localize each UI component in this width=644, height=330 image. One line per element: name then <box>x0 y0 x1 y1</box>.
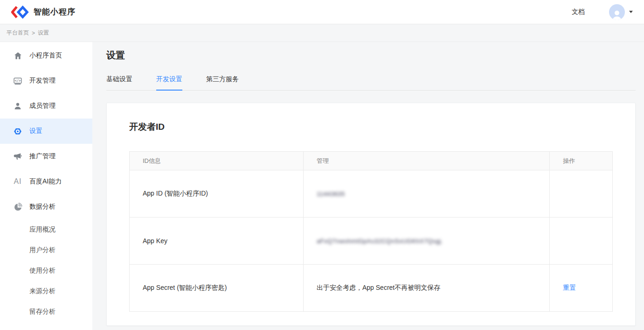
code-icon: </> <box>13 77 22 85</box>
settings-icon <box>13 127 22 136</box>
column-header-id-info: ID信息 <box>130 152 304 170</box>
pie-chart-icon <box>13 203 22 211</box>
chevron-down-icon[interactable] <box>629 11 633 13</box>
app-id-value: 11443635 <box>317 190 345 197</box>
docs-link[interactable]: 文档 <box>572 8 585 16</box>
sidebar-item-label: 设置 <box>29 127 42 135</box>
settings-tabs: 基础设置 开发设置 第三方服务 <box>106 75 636 91</box>
sidebar-item-settings[interactable]: 设置 <box>0 119 92 144</box>
app-key-label: App Key <box>130 218 304 265</box>
tab-dev-settings[interactable]: 开发设置 <box>156 75 182 91</box>
sidebar-item-label: 成员管理 <box>29 102 55 110</box>
table-row-app-id: App ID (智能小程序ID) 11443635 <box>130 170 613 218</box>
app-id-label: App ID (智能小程序ID) <box>130 170 304 218</box>
sidebar-subitem-source-analysis[interactable]: 来源分析 <box>0 281 92 302</box>
sidebar: 小程序首页 </> 开发管理 成员管理 <box>0 42 92 330</box>
user-avatar[interactable] <box>609 4 625 20</box>
app-secret-note: 出于安全考虑，App Secret不再被明文保存 <box>303 265 549 312</box>
breadcrumb-separator: > <box>32 30 35 36</box>
sidebar-item-members[interactable]: 成员管理 <box>0 93 92 119</box>
sidebar-subitem-retention-analysis[interactable]: 留存分析 <box>0 302 92 322</box>
sidebar-subitem-usage-analysis[interactable]: 使用分析 <box>0 260 92 281</box>
main-content: 设置 基础设置 开发设置 第三方服务 开发者ID ID信息 管理 操作 App … <box>92 42 644 330</box>
developer-id-table: ID信息 管理 操作 App ID (智能小程序ID) 11443635 App… <box>129 151 613 312</box>
svg-text:</>: </> <box>15 78 21 83</box>
brand-logo-icon <box>11 5 29 19</box>
reset-secret-link[interactable]: 重置 <box>563 284 576 291</box>
sidebar-item-label: 小程序首页 <box>29 51 62 60</box>
tab-third-party[interactable]: 第三方服务 <box>206 75 239 91</box>
sidebar-subitem-user-analysis[interactable]: 用户分析 <box>0 240 92 260</box>
megaphone-icon <box>13 152 22 161</box>
ai-icon: AI <box>13 177 22 186</box>
column-header-action: 操作 <box>550 152 613 170</box>
sidebar-item-promotion[interactable]: 推广管理 <box>0 144 92 169</box>
sidebar-item-ai[interactable]: AI 百度AI能力 <box>0 169 92 194</box>
sidebar-item-home[interactable]: 小程序首页 <box>0 43 92 68</box>
page-title: 设置 <box>106 49 636 62</box>
card-heading: 开发者ID <box>129 121 613 133</box>
sidebar-item-dev[interactable]: </> 开发管理 <box>0 68 92 93</box>
brand[interactable]: 智能小程序 <box>11 5 76 19</box>
brand-name: 智能小程序 <box>34 7 76 17</box>
sidebar-item-label: 开发管理 <box>29 77 55 85</box>
table-header-row: ID信息 管理 操作 <box>130 152 613 170</box>
table-row-app-secret: App Secret (智能小程序密匙) 出于安全考虑，App Secret不再… <box>130 265 613 312</box>
sidebar-item-analytics[interactable]: 数据分析 <box>0 194 92 219</box>
tab-basic-settings[interactable]: 基础设置 <box>106 75 132 91</box>
app-secret-label: App Secret (智能小程序密匙) <box>130 265 304 312</box>
home-icon <box>13 51 22 60</box>
column-header-management: 管理 <box>303 152 549 170</box>
sidebar-item-label: 推广管理 <box>29 152 55 161</box>
sidebar-subitem-app-overview[interactable]: 应用概况 <box>0 219 92 240</box>
member-icon <box>13 102 22 111</box>
app-key-value: aFxQ7nwshmtGpAs32CQnSxUGKhX7Qsgj. <box>317 238 443 245</box>
developer-id-card: 开发者ID ID信息 管理 操作 App ID (智能小程序ID) 114436… <box>106 103 636 326</box>
breadcrumb: 平台首页 > 设置 <box>0 24 644 42</box>
breadcrumb-current: 设置 <box>38 29 49 37</box>
sidebar-item-label: 百度AI能力 <box>29 177 62 186</box>
sidebar-item-label: 数据分析 <box>29 203 55 211</box>
app-id-action-cell <box>550 170 613 218</box>
top-header: 智能小程序 文档 <box>0 0 644 24</box>
table-row-app-key: App Key aFxQ7nwshmtGpAs32CQnSxUGKhX7Qsgj… <box>130 218 613 265</box>
person-silhouette-icon <box>611 9 623 20</box>
breadcrumb-home[interactable]: 平台首页 <box>7 29 29 37</box>
app-key-action-cell <box>550 218 613 265</box>
